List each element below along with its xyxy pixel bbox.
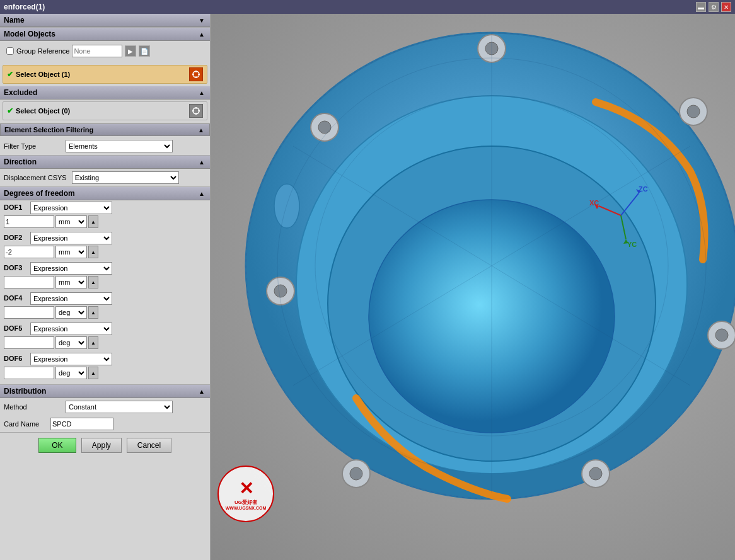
dof4-method-select[interactable]: ExpressionFieldNone: [30, 292, 112, 305]
dof1-label: DOF1: [4, 203, 29, 211]
model-objects-header: Model Objects ▲: [0, 27, 210, 41]
dof5-method-select[interactable]: ExpressionFieldNone: [30, 323, 112, 335]
distribution-title: Distribution: [4, 387, 46, 396]
name-section-header: Name ▼: [0, 14, 210, 27]
excluded-title: Excluded: [4, 88, 37, 97]
dof-section: DOF1 ExpressionFieldNone mmmin ▲ DOF2: [0, 200, 210, 384]
distribution-collapse[interactable]: ▲: [197, 387, 206, 396]
watermark: ✕ UG爱好者 WWW.UGSNX.COM: [217, 466, 274, 522]
dof6-method-select[interactable]: ExpressionFieldNone: [30, 353, 112, 365]
dof3-unit-select[interactable]: mmmin: [55, 276, 87, 289]
dof4-unit-select[interactable]: degrad: [55, 306, 87, 319]
group-ref-btn1[interactable]: ▶: [125, 45, 136, 57]
direction-collapse[interactable]: ▲: [197, 157, 206, 166]
title-bar: enforced(1) ▬ ⚙ ✕: [0, 0, 735, 14]
select-check-icon: ✔: [7, 70, 13, 79]
3d-viewport[interactable]: XC ZC YC ✕ UG爱好者 WWW.UGSNX.COM: [211, 14, 735, 560]
dof6-input[interactable]: [4, 367, 54, 379]
svg-text:XC: XC: [589, 199, 599, 207]
group-reference-input[interactable]: [72, 45, 122, 57]
select-object-0-row: ✔ Select Object (0): [3, 101, 207, 120]
dof2-spin-up[interactable]: ▲: [88, 246, 98, 258]
dof6-value-row: degrad ▲: [4, 367, 206, 379]
filter-type-label: Filter Type: [4, 142, 61, 150]
dof3-spin-up[interactable]: ▲: [88, 276, 98, 289]
dof6-row: DOF6 ExpressionFieldNone degrad ▲: [4, 353, 206, 379]
model-objects-content: Group Reference ▶ 📄: [0, 41, 210, 63]
card-name-row: Card Name: [0, 416, 210, 432]
dof4-spin-up[interactable]: ▲: [88, 306, 98, 319]
dof4-input[interactable]: [4, 306, 54, 319]
svg-point-29: [350, 467, 362, 480]
dof6-expr-row: DOF6 ExpressionFieldNone: [4, 353, 206, 365]
dof2-label: DOF2: [4, 234, 29, 241]
dof3-row: DOF3 ExpressionFieldNone mmmin ▲: [4, 262, 206, 289]
direction-title: Direction: [4, 157, 37, 166]
dof2-input[interactable]: [4, 246, 54, 258]
svg-point-34: [274, 184, 299, 228]
dof3-label: DOF3: [4, 264, 29, 271]
svg-point-33: [318, 121, 331, 134]
crosshair-icon: [192, 70, 200, 79]
dof1-method-select[interactable]: ExpressionFieldNone: [30, 202, 112, 214]
close-button[interactable]: ✕: [721, 2, 731, 12]
dof-header: Degrees of freedom ▲: [0, 186, 210, 200]
distribution-method-select[interactable]: ConstantFieldNone: [66, 401, 173, 413]
name-section-title: Name: [4, 16, 25, 25]
watermark-line2: WWW.UGSNX.COM: [226, 506, 267, 510]
dof6-label: DOF6: [4, 355, 29, 362]
svg-point-31: [274, 285, 287, 297]
select-object-0-button[interactable]: [189, 104, 203, 118]
dof6-unit-select[interactable]: degrad: [55, 367, 87, 379]
dof1-value-row: mmmin ▲: [4, 215, 206, 228]
dof4-expr-row: DOF4 ExpressionFieldNone: [4, 292, 206, 305]
svg-text:ZC: ZC: [639, 185, 648, 193]
distribution-method-row: Method ConstantFieldNone: [0, 398, 210, 416]
main-layout: Name ▼ Model Objects ▲ Group Reference ▶…: [0, 14, 735, 560]
card-name-label: Card Name: [4, 420, 48, 428]
name-section-collapse[interactable]: ▼: [197, 16, 206, 25]
watermark-x: ✕: [239, 478, 253, 499]
dof3-input[interactable]: [4, 276, 54, 289]
apply-button[interactable]: Apply: [81, 438, 122, 453]
dof2-unit-select[interactable]: mmmin: [55, 246, 87, 258]
window-title: enforced(1): [4, 3, 45, 11]
dof4-row: DOF4 ExpressionFieldNone degrad ▲: [4, 292, 206, 319]
dof2-method-select[interactable]: ExpressionFieldNone: [30, 232, 112, 244]
group-ref-btn2[interactable]: 📄: [139, 45, 150, 57]
model-objects-collapse[interactable]: ▲: [197, 30, 206, 38]
distribution-method-label: Method: [4, 403, 61, 411]
dof3-method-select[interactable]: ExpressionFieldNone: [30, 262, 112, 275]
excluded-collapse[interactable]: ▲: [197, 88, 206, 97]
excluded-check-icon: ✔: [7, 106, 13, 115]
cancel-button[interactable]: Cancel: [127, 438, 171, 453]
element-selection-collapse[interactable]: ▲: [197, 125, 205, 134]
dof5-value-row: degrad ▲: [4, 336, 206, 349]
select-object-1-button[interactable]: [189, 67, 203, 81]
select-object-1-row: ✔ Select Object (1): [3, 65, 207, 84]
minimize-button[interactable]: ▬: [696, 2, 706, 12]
dof6-spin-up[interactable]: ▲: [88, 367, 98, 379]
dof5-input[interactable]: [4, 336, 54, 349]
element-selection-title: Element Selection Filtering: [4, 126, 93, 134]
dof5-spin-up[interactable]: ▲: [88, 336, 98, 349]
settings-button[interactable]: ⚙: [709, 2, 719, 12]
watermark-line1: UG爱好者: [234, 499, 257, 506]
dof5-unit-select[interactable]: degrad: [55, 336, 87, 349]
dof5-label: DOF5: [4, 324, 29, 332]
dof1-row: DOF1 ExpressionFieldNone mmmin ▲: [4, 202, 206, 228]
group-reference-checkbox[interactable]: [6, 47, 14, 55]
svg-point-27: [589, 467, 602, 480]
dof1-unit-select[interactable]: mmmin: [55, 215, 87, 228]
dof2-expr-row: DOF2 ExpressionFieldNone: [4, 232, 206, 244]
filter-type-select[interactable]: Elements Nodes All: [66, 140, 173, 152]
displacement-csys-select[interactable]: Existing None User Defined: [72, 171, 179, 184]
ok-button[interactable]: OK: [38, 438, 76, 453]
card-name-input[interactable]: [50, 418, 113, 430]
dof4-label: DOF4: [4, 294, 29, 302]
model-objects-title: Model Objects: [4, 30, 55, 38]
dof1-spin-up[interactable]: ▲: [88, 215, 98, 228]
dof-collapse[interactable]: ▲: [197, 189, 206, 198]
dof1-input[interactable]: [4, 215, 54, 228]
select-object-0-label: Select Object (0): [16, 107, 189, 115]
